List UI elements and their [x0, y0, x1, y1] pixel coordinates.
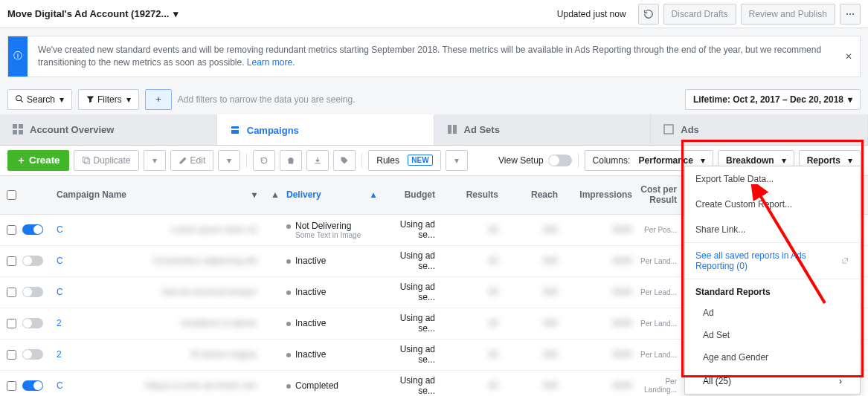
standard-reports-heading: Standard Reports: [685, 279, 860, 302]
duplicate-dropdown[interactable]: ▾: [144, 150, 166, 171]
svg-rect-3: [13, 130, 17, 134]
tab-campaigns[interactable]: Campaigns: [217, 114, 434, 145]
more-button[interactable]: ⋯: [840, 4, 861, 25]
row-checkbox[interactable]: [7, 319, 16, 328]
filter-icon: [86, 95, 94, 103]
learn-more-link[interactable]: Learn more: [247, 57, 292, 68]
campaign-name-cell[interactable]: CConsectetur adipiscing elit: [52, 256, 264, 266]
col-impressions[interactable]: Impressions: [565, 189, 640, 200]
campaign-name-cell[interactable]: CAliqua ut enim ad minim ven: [52, 380, 264, 391]
export-icon: [313, 156, 322, 165]
discard-drafts-button[interactable]: Discard Drafts: [663, 4, 736, 25]
ads-icon: [663, 123, 675, 135]
rules-button[interactable]: Rules NEW: [368, 150, 440, 171]
impressions-cell: 0000: [565, 287, 640, 297]
campaign-name-cell[interactable]: 2Et dolore magna: [52, 349, 264, 360]
filters-button[interactable]: Filters ▾: [78, 89, 139, 110]
pencil-icon: [179, 156, 187, 165]
campaign-name-cell[interactable]: 2Incididunt ut labore: [52, 318, 264, 328]
row-toggle[interactable]: [22, 256, 43, 266]
col-budget[interactable]: Budget: [383, 189, 443, 200]
reach-cell: 000: [506, 349, 565, 360]
svg-rect-7: [664, 125, 673, 134]
cpr-cell: Per Pos...: [640, 226, 684, 234]
account-name: Move Digital's Ad Account (19272...: [7, 8, 169, 19]
svg-point-0: [16, 96, 22, 101]
export-table-data-item[interactable]: Export Table Data...: [685, 166, 860, 192]
std-report-all[interactable]: All (25) ›: [685, 369, 860, 394]
reach-cell: 000: [506, 380, 565, 391]
review-publish-button[interactable]: Review and Publish: [741, 4, 835, 25]
std-report-age-gender[interactable]: Age and Gender: [685, 346, 860, 369]
col-campaign-name[interactable]: Campaign Name ▾: [52, 189, 264, 200]
std-report-ad[interactable]: Ad: [685, 302, 860, 324]
refresh-button[interactable]: [638, 4, 659, 25]
tab-ads[interactable]: Ads: [651, 114, 868, 145]
campaign-name-cell[interactable]: CSed do eiusmod tempor: [52, 287, 264, 297]
warning-icon: ▲: [271, 189, 280, 200]
delivery-cell: Completed: [286, 380, 383, 391]
duplicate-icon: [82, 156, 91, 165]
impressions-cell: 0000: [565, 349, 640, 360]
delivery-cell: Not DeliveringSome Text in Image: [286, 221, 383, 239]
row-toggle[interactable]: [22, 224, 43, 235]
row-toggle[interactable]: [22, 318, 43, 328]
banner-text: We've created new standard events and wi…: [38, 45, 821, 68]
svg-rect-2: [19, 124, 23, 129]
caret-down-icon: ▾: [848, 155, 852, 166]
add-filter-button[interactable]: ＋: [145, 89, 172, 110]
impressions-cell: 0000: [565, 318, 640, 328]
col-delivery[interactable]: Delivery ▴: [286, 189, 383, 200]
delete-button[interactable]: [280, 150, 302, 171]
reach-cell: 000: [506, 287, 565, 297]
banner-close-button[interactable]: ✕: [838, 36, 860, 77]
row-toggle[interactable]: [22, 380, 43, 391]
std-report-adset[interactable]: Ad Set: [685, 324, 860, 346]
impressions-cell: 0000: [565, 380, 640, 391]
cpr-cell: Per Landing...: [640, 377, 684, 394]
sort-asc-icon: ▴: [371, 189, 376, 200]
row-toggle[interactable]: [22, 349, 43, 360]
tab-adsets[interactable]: Ad Sets: [434, 114, 652, 145]
create-button[interactable]: ＋ Create: [7, 150, 69, 171]
campaigns-icon: [229, 124, 241, 136]
share-link-item[interactable]: Share Link...: [685, 217, 860, 242]
col-warnings[interactable]: ▲: [264, 189, 286, 200]
rules-dropdown[interactable]: ▾: [446, 150, 468, 171]
sort-icon: ▾: [252, 189, 257, 200]
account-selector[interactable]: Move Digital's Ad Account (19272... ▾: [7, 8, 179, 19]
row-checkbox[interactable]: [7, 381, 16, 391]
row-checkbox[interactable]: [7, 225, 16, 235]
campaign-name-cell[interactable]: CLorem ipsum dolor sit: [52, 224, 264, 235]
view-setup-label: View Setup: [498, 155, 544, 166]
create-custom-report-item[interactable]: Create Custom Report...: [685, 192, 860, 217]
tag-button[interactable]: [333, 150, 356, 171]
tab-account-overview[interactable]: Account Overview: [0, 114, 217, 145]
impressions-cell: 0000: [565, 256, 640, 266]
col-reach[interactable]: Reach: [506, 189, 565, 200]
duplicate-button[interactable]: Duplicate: [74, 150, 139, 171]
row-checkbox[interactable]: [7, 288, 16, 297]
edit-dropdown[interactable]: ▾: [218, 150, 240, 171]
see-all-reports-link[interactable]: See all saved reports in Ads Reporting (…: [685, 242, 860, 279]
delivery-cell: Inactive: [286, 256, 383, 266]
search-button[interactable]: Search ▾: [7, 89, 72, 110]
view-setup-toggle[interactable]: [548, 155, 572, 166]
budget-cell: Using ad se...: [383, 375, 443, 396]
select-all-checkbox[interactable]: [7, 190, 16, 200]
row-checkbox[interactable]: [7, 256, 16, 266]
export-button[interactable]: [306, 150, 329, 171]
delivery-cell: Inactive: [286, 318, 383, 328]
revert-button[interactable]: [253, 150, 275, 171]
overview-icon: [12, 123, 24, 135]
edit-button[interactable]: Edit: [170, 150, 214, 171]
col-cpr[interactable]: Cost per Result: [640, 184, 684, 205]
dots-icon: ⋯: [846, 9, 855, 19]
col-results[interactable]: Results: [443, 189, 506, 200]
date-range-button[interactable]: Lifetime: Oct 2, 2017 – Dec 20, 2018 ▾: [685, 89, 861, 110]
budget-cell: Using ad se...: [383, 344, 443, 365]
row-checkbox[interactable]: [7, 350, 16, 360]
row-toggle[interactable]: [22, 287, 43, 297]
caret-down-icon: ▾: [60, 94, 64, 105]
cpr-cell: Per Land...: [640, 257, 684, 265]
